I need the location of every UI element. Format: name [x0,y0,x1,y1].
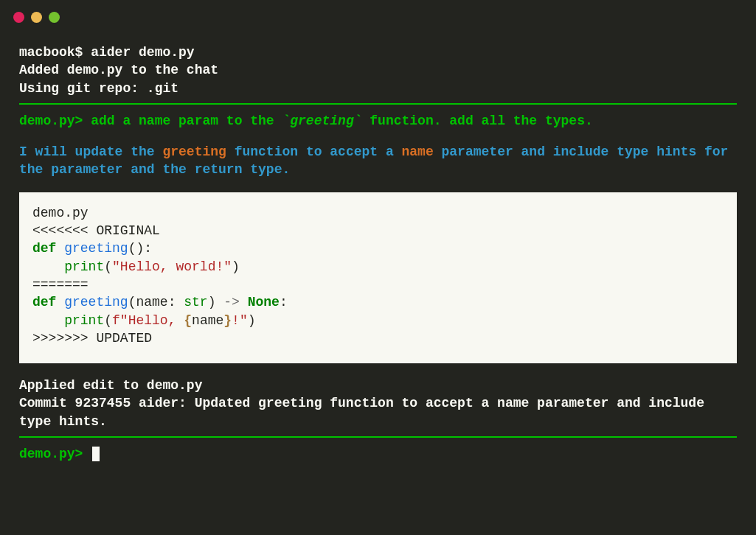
diff-marker-updated: >>>>>>> UPDATED [32,329,724,347]
applied-line: Applied edit to demo.py [19,377,737,394]
terminal-content: macbook$ aider demo.py Added demo.py to … [0,23,756,463]
diff-orig-def: def greeting(): [32,239,724,257]
zoom-icon[interactable] [49,12,60,23]
user-text: function. add all the types. [362,113,593,128]
shell-prompt: macbook$ [19,45,91,60]
next-prompt-line[interactable]: demo.py> [19,445,737,463]
aider-prompt: demo.py> [19,447,91,461]
divider [19,436,737,438]
diff-marker-original: <<<<<<< ORIGINAL [32,222,724,239]
diff-marker-sep: ======= [32,276,724,293]
cursor-icon [92,447,100,461]
commit-line: Commit 9237455 aider: Updated greeting f… [19,394,737,430]
diff-block: demo.py <<<<<<< ORIGINAL def greeting():… [19,192,737,363]
assistant-response: I will update the greeting function to a… [19,143,737,179]
user-input-line: demo.py> add a name param to the `greeti… [19,112,737,130]
startup-line: Using git repo: .git [19,80,737,97]
user-text: add a name param to the [91,113,282,128]
diff-filename: demo.py [32,204,724,222]
diff-new-body: print(f"Hello, {name}!") [32,312,724,329]
highlight: name [402,144,434,159]
terminal-window: macbook$ aider demo.py Added demo.py to … [0,0,756,535]
macos-titlebar [0,0,756,23]
aider-prompt: demo.py> [19,113,91,128]
diff-new-def: def greeting(name: str) -> None: [32,293,724,311]
highlight: greeting [162,144,226,159]
close-icon[interactable] [13,12,24,23]
shell-command-line: macbook$ aider demo.py [19,43,737,61]
user-code-ref: `greeting` [282,113,361,128]
shell-command: aider demo.py [91,45,194,60]
startup-line: Added demo.py to the chat [19,61,737,79]
divider [19,103,737,105]
minimize-icon[interactable] [31,12,42,23]
diff-orig-body: print("Hello, world!") [32,258,724,276]
